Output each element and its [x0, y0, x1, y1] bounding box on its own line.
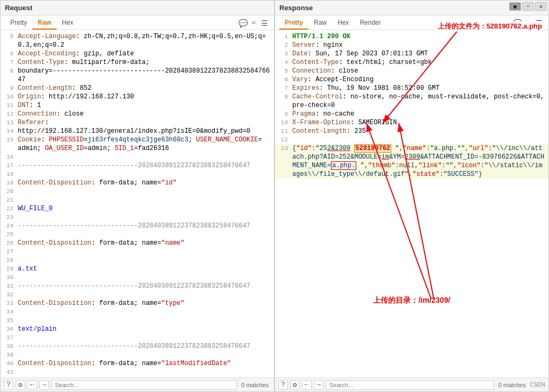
table-row: 21 [1, 196, 274, 204]
response-bottom-bar: ? ⚙ ← → 0 matches CSDN [275, 377, 548, 391]
response-csdn-label: CSDN [530, 382, 545, 388]
table-row: 31 -------------------------------202840… [1, 282, 274, 290]
table-row: 32 [1, 290, 274, 299]
table-row: 25 [1, 230, 274, 239]
annotation-upload-dir: 上传的目录：/im/2309/ [373, 296, 450, 305]
tab-response-hex[interactable]: Hex [332, 17, 354, 30]
table-row: 12 [275, 136, 548, 144]
table-row: 37 [1, 333, 274, 342]
response-content: 1 HTTP/1.1 200 OK 2 Server: nginx 3 Date… [275, 30, 548, 377]
table-row: 10 Origin: http://192.168.127.130 [1, 92, 274, 101]
request-forward-icon[interactable]: → [39, 380, 49, 390]
table-row: 2 Server: nginx [275, 41, 548, 49]
table-row: 12 Connection: close [1, 110, 274, 118]
request-icon-slash[interactable]: ⌗ [248, 18, 259, 28]
table-row: 24 -------------------------------202840… [1, 222, 274, 230]
request-match-count: 0 matches [239, 382, 271, 388]
response-forward-icon[interactable]: → [314, 380, 323, 390]
table-row: 19 Content-Disposition: form-data; name=… [1, 179, 274, 187]
table-row: 28 [1, 256, 274, 265]
table-row: 4 Content-Type: text/html; charset=gbk [275, 58, 548, 67]
table-row: 15 Cookie: PHPSESSID=ji63rfes4qteqkc3jge… [1, 136, 274, 144]
table-row: 39 [1, 351, 274, 359]
response-settings-icon[interactable]: ⚙ [290, 380, 300, 390]
table-row: 20 [1, 187, 274, 196]
response-search-input[interactable] [326, 380, 494, 390]
table-row: 35 [1, 316, 274, 325]
request-tab-bar: Pretty Raw Hex 💬 ⌗ ☰ [1, 16, 274, 30]
restore-button[interactable]: ▣ [509, 2, 521, 11]
annotation-upload-file: 上传的文件为：528190762.a.php [435, 21, 544, 32]
response-back-icon[interactable]: ← [302, 380, 312, 390]
tab-request-raw[interactable]: Raw [32, 17, 57, 30]
response-panel: Response Pretty Raw Hex Render 💬 ⌗ ☰ 上传的… [274, 0, 549, 392]
response-match-count: 0 matches [496, 382, 528, 388]
close-button[interactable]: ✕ [535, 2, 547, 11]
table-row: 34 [1, 308, 274, 316]
response-panel-title: Response [279, 4, 313, 12]
request-panel-title: Request [5, 4, 32, 12]
table-row: 7 Expires: Thu, 19 Nov 1981 08:52:00 GMT [275, 84, 548, 92]
request-settings-icon[interactable]: ⚙ [16, 380, 25, 390]
response-panel-header: Response [275, 1, 548, 16]
table-row: 11 Content-Length: 235 [275, 127, 548, 136]
table-row: 13 {"id":"252&2309 528190762 ","name":"a… [275, 144, 548, 179]
table-row: 16 [1, 153, 274, 161]
request-help-icon[interactable]: ? [4, 380, 13, 390]
table-row: 13 Referer: [1, 118, 274, 127]
table-row: 26 Content-Disposition: form-data; name=… [1, 239, 274, 247]
minimize-button[interactable]: ─ [522, 2, 534, 11]
tab-response-render[interactable]: Render [354, 17, 386, 30]
table-row: 27 [1, 247, 274, 256]
request-search-input[interactable] [51, 380, 237, 390]
table-row: 3 Date: Sun, 17 Sep 2023 07:01:13 GMT [275, 49, 548, 58]
request-icon-menu[interactable]: ☰ [259, 18, 270, 28]
table-row: 17 -------------------------------202840… [1, 161, 274, 170]
table-row: 38 -------------------------------202840… [1, 342, 274, 351]
table-row: 18 [1, 170, 274, 179]
table-row: 6 Accept-Encoding: gzip, deflate [1, 49, 274, 58]
table-row: 9 Content-Length: 852 [1, 84, 274, 92]
tab-request-pretty[interactable]: Pretty [5, 17, 32, 30]
table-row: 36 text/plain [1, 325, 274, 333]
tab-request-hex[interactable]: Hex [57, 17, 79, 30]
table-row: admin; OA_USER_ID=admin; SID_1=fad26316 [1, 144, 274, 153]
table-row: 10 X-Frame-Options: SAMEORIGIN [275, 118, 548, 127]
table-row: 14 http://192.168.127.130/general/index.… [1, 127, 274, 136]
table-row: 9 Pragma: no-cache [275, 110, 548, 118]
table-row: 8 boundary=-----------------------------… [1, 67, 274, 84]
tab-response-raw[interactable]: Raw [308, 17, 332, 30]
request-icon-chat[interactable]: 💬 [237, 18, 248, 28]
table-row: 29 a.txt [1, 265, 274, 273]
table-row: 11 DNT: 1 [1, 101, 274, 110]
table-row: 41 [1, 368, 274, 376]
table-row: 6 Vary: Accept-Encoding [275, 75, 548, 84]
request-bottom-bar: ? ⚙ ← → 0 matches [1, 377, 274, 391]
table-row: 5 Connection: close [275, 67, 548, 75]
table-row: 1 HTTP/1.1 200 OK [275, 32, 548, 41]
request-back-icon[interactable]: ← [27, 380, 37, 390]
table-row: 22 WU_FILE_0 [1, 204, 274, 213]
table-row: 8 Cache-Control: no-store, no-cache, mus… [275, 92, 548, 110]
response-help-icon[interactable]: ? [278, 380, 288, 390]
table-row: 5 Accept-Language: zh-CN,zh;q=0.8,zh-TW;… [1, 32, 274, 49]
table-row: 30 [1, 273, 274, 282]
table-row: 23 [1, 213, 274, 222]
tab-response-pretty[interactable]: Pretty [279, 17, 308, 30]
table-row: 40 Content-Disposition: form-data; name=… [1, 359, 274, 368]
table-row: 7 Content-Type: multipart/form-data; [1, 58, 274, 67]
request-content: 5 Accept-Language: zh-CN,zh;q=0.8,zh-TW;… [1, 30, 274, 377]
table-row: 33 Content-Disposition: form-data; name=… [1, 299, 274, 308]
response-annotation-space [275, 179, 548, 286]
